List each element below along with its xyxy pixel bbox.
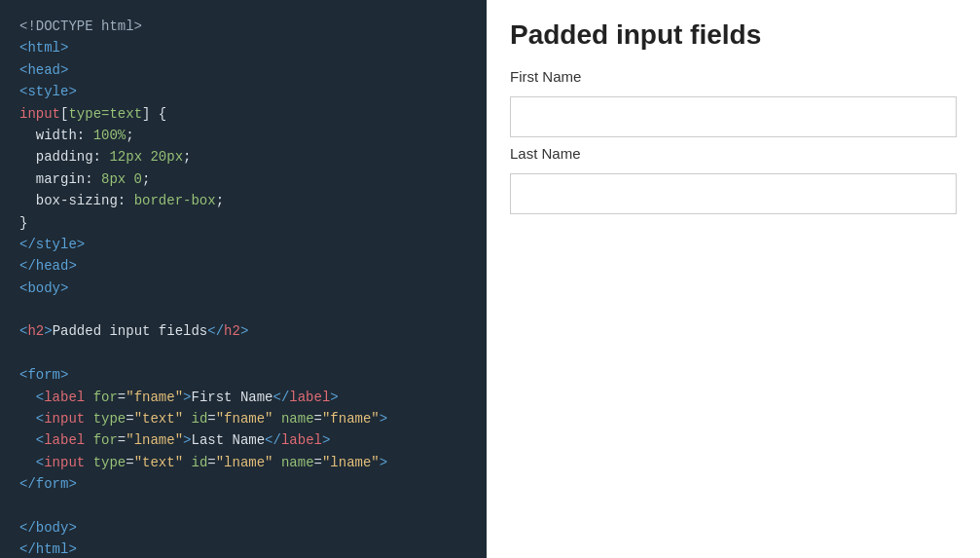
code-line xyxy=(19,299,467,320)
first-name-input[interactable] xyxy=(510,96,957,137)
code-editor: <!DOCTYPE html> <html> <head> <style> in… xyxy=(0,0,487,558)
code-line: margin: 8px 0; xyxy=(19,168,467,190)
code-line: input[type=text] { xyxy=(19,103,467,125)
code-line: padding: 12px 20px; xyxy=(19,146,467,167)
code-line: box-sizing: border-box; xyxy=(19,190,467,211)
preview-panel: Padded input fields First Name Last Name xyxy=(487,0,980,558)
code-line: <html> xyxy=(19,37,467,58)
code-line xyxy=(19,496,467,517)
code-line xyxy=(19,343,467,364)
code-line: <style> xyxy=(19,81,467,102)
code-line: <h2>Padded input fields</h2> xyxy=(19,320,467,342)
code-line: </form> xyxy=(19,473,467,495)
page-title: Padded input fields xyxy=(510,19,957,51)
code-line: </body> xyxy=(19,517,467,539)
code-line: </head> xyxy=(19,255,467,277)
code-line: } xyxy=(19,212,467,234)
code-line: <input type="text" id="fname" name="fnam… xyxy=(19,408,467,429)
last-name-input[interactable] xyxy=(510,173,957,214)
code-line: <!DOCTYPE html> xyxy=(19,16,467,37)
demo-form: First Name Last Name xyxy=(510,68,957,222)
code-line: </style> xyxy=(19,234,467,255)
code-line: </html> xyxy=(19,539,467,558)
code-line: width: 100%; xyxy=(19,125,467,146)
code-line: <body> xyxy=(19,278,467,299)
code-line: <head> xyxy=(19,59,467,81)
last-name-label: Last Name xyxy=(510,145,957,162)
first-name-label: First Name xyxy=(510,68,957,85)
code-line: <label for="lname">Last Name</label> xyxy=(19,429,467,451)
code-line: <form> xyxy=(19,364,467,386)
code-line: <input type="text" id="lname" name="lnam… xyxy=(19,452,467,473)
code-line: <label for="fname">First Name</label> xyxy=(19,387,467,408)
